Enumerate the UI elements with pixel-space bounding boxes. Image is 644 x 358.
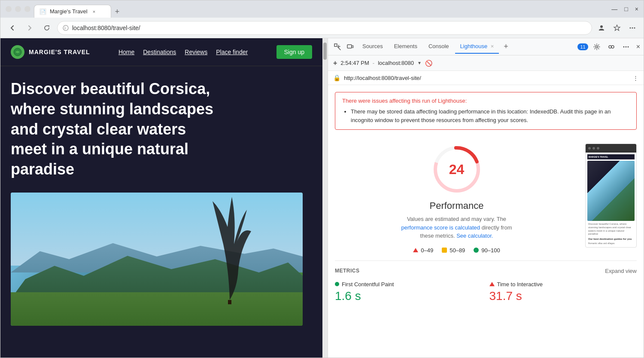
- tab-sources[interactable]: Sources: [357, 40, 388, 54]
- maximize-window-button[interactable]: [24, 6, 30, 12]
- address-bar[interactable]: ℹ localhost:8080/travel-site/: [57, 21, 592, 35]
- site-header: MARGIE'S TRAVEL Home Destinations Review…: [0, 38, 322, 66]
- thumbnail-desc2: Our best destination guides for you: [587, 237, 635, 241]
- poor-range: 0–49: [421, 247, 433, 254]
- metric-tti-value: 31.7 s: [489, 289, 637, 303]
- lock-icon: ℹ: [63, 25, 69, 31]
- svg-point-15: [595, 46, 598, 48]
- run-separator: -: [373, 60, 374, 66]
- thumbnail-image: [587, 161, 635, 221]
- nav-right-icons: [595, 22, 638, 34]
- notification-badge: 11: [577, 43, 588, 50]
- device-toolbar-button[interactable]: [344, 41, 356, 53]
- score-section: 24 Performance Values are estimated and …: [328, 137, 644, 260]
- svg-point-1: [16, 7, 20, 11]
- close-window-button[interactable]: [6, 6, 12, 12]
- svg-rect-14: [352, 46, 353, 48]
- svg-point-21: [627, 46, 629, 47]
- metric-fcp-value: 1.6 s: [335, 289, 483, 303]
- score-desc-text1: Values are estimated and may vary. The: [407, 216, 506, 222]
- svg-point-2: [25, 7, 30, 11]
- performance-score-link[interactable]: performance score is calculated: [401, 224, 480, 231]
- average-icon: [442, 248, 447, 253]
- inspect-element-button[interactable]: [331, 41, 343, 53]
- run-host[interactable]: localhost:8080: [378, 60, 414, 66]
- minimize-button[interactable]: —: [611, 6, 617, 12]
- settings-button[interactable]: [591, 41, 603, 53]
- legend-item-good: 90–100: [474, 247, 500, 254]
- more-button[interactable]: [626, 22, 638, 34]
- close-devtools-button[interactable]: ×: [636, 43, 640, 51]
- site-hero: Discover beautiful Corsica, where stunni…: [0, 66, 322, 188]
- thumb-dot-1: [588, 147, 591, 150]
- score-legend: 0–49 50–89 90–100: [413, 247, 500, 254]
- scrollbar-thumb[interactable]: [323, 43, 327, 60]
- metrics-header: METRICS Expand view: [335, 268, 637, 274]
- page-scrollbar[interactable]: [322, 38, 328, 358]
- devtools-url-text: http://localhost:8080/travel-site/: [344, 75, 421, 81]
- navigation-bar: ℹ localhost:8080/travel-site/: [0, 18, 644, 38]
- score-description: Values are estimated and may vary. The p…: [397, 215, 517, 240]
- main-content-area: MARGIE'S TRAVEL Home Destinations Review…: [0, 38, 644, 358]
- connect-button[interactable]: [605, 41, 617, 53]
- url-more-button[interactable]: ⋮: [633, 75, 638, 81]
- nav-place-finder[interactable]: Place finder: [216, 49, 248, 55]
- thumbnail-site-header: MARGIE'S TRAVEL: [587, 154, 635, 159]
- devtools-url-bar: 🔒 http://localhost:8080/travel-site/ ⋮: [328, 71, 644, 85]
- star-icon[interactable]: [611, 22, 623, 34]
- minimize-window-button[interactable]: [15, 6, 21, 12]
- new-tab-button[interactable]: +: [111, 6, 123, 18]
- tab-lighthouse-close[interactable]: ×: [491, 43, 494, 49]
- devtools-right-icons: 11 ×: [577, 41, 640, 53]
- tab-lighthouse[interactable]: Lighthouse ×: [455, 40, 499, 54]
- site-logo-icon: [11, 45, 24, 59]
- tab-console[interactable]: Console: [423, 40, 454, 54]
- security-warning-icon: 🔒: [333, 74, 340, 81]
- close-button[interactable]: ×: [635, 6, 638, 12]
- tti-status-icon: [489, 282, 495, 286]
- svg-point-19: [623, 46, 624, 47]
- thumbnail-header: [586, 144, 636, 153]
- thumb-dot-2: [592, 147, 595, 150]
- good-icon: [474, 248, 479, 253]
- signup-button[interactable]: Sign up: [276, 45, 312, 59]
- fcp-status-icon: [335, 282, 339, 286]
- nav-reviews[interactable]: Reviews: [185, 49, 207, 55]
- account-icon[interactable]: [595, 22, 608, 34]
- see-calculator-link[interactable]: See calculator.: [456, 233, 493, 239]
- thumbnail-content: MARGIE'S TRAVEL Discover beautiful Corsi…: [586, 153, 636, 247]
- nav-home[interactable]: Home: [118, 49, 134, 55]
- site-logo-text: MARGIE'S TRAVEL: [29, 49, 90, 55]
- legend-item-poor: 0–49: [413, 247, 433, 254]
- site-logo: MARGIE'S TRAVEL: [11, 45, 90, 59]
- site-headline: Discover beautiful Corsica, where stunni…: [11, 79, 225, 180]
- tab-elements[interactable]: Elements: [389, 40, 422, 54]
- back-button[interactable]: [6, 21, 19, 35]
- host-dropdown-icon[interactable]: ▼: [417, 61, 422, 65]
- average-range: 50–89: [450, 247, 465, 254]
- maximize-button[interactable]: □: [624, 6, 628, 12]
- svg-point-7: [630, 27, 631, 28]
- refresh-button[interactable]: [40, 21, 54, 35]
- more-devtools-button[interactable]: [620, 41, 632, 53]
- tab-close-button[interactable]: ×: [93, 9, 95, 14]
- browser-window: 📄 Margie's Travel × + — □ × ℹ localhost:…: [0, 0, 644, 358]
- metric-fcp-label: First Contentful Paint: [335, 281, 483, 288]
- forward-button[interactable]: [23, 21, 36, 35]
- expand-view-button[interactable]: Expand view: [605, 268, 637, 274]
- svg-point-16: [609, 46, 611, 48]
- poor-icon: [413, 248, 418, 252]
- svg-rect-12: [334, 44, 337, 46]
- clear-button[interactable]: 🚫: [425, 60, 432, 67]
- add-devtools-tab-button[interactable]: +: [500, 41, 512, 53]
- website-preview: MARGIE'S TRAVEL Home Destinations Review…: [0, 38, 322, 358]
- metric-fcp: First Contentful Paint 1.6 s: [335, 281, 483, 303]
- browser-tab-active[interactable]: 📄 Margie's Travel ×: [34, 5, 111, 18]
- tree-silhouette: [191, 193, 268, 304]
- favicon-icon: 📄: [39, 8, 46, 15]
- title-bar: 📄 Margie's Travel × + — □ ×: [0, 0, 644, 18]
- nav-destinations[interactable]: Destinations: [143, 49, 176, 55]
- add-run-button[interactable]: +: [333, 59, 337, 67]
- lighthouse-warning-box: There were issues affecting this run of …: [335, 92, 637, 130]
- good-range: 90–100: [481, 247, 500, 254]
